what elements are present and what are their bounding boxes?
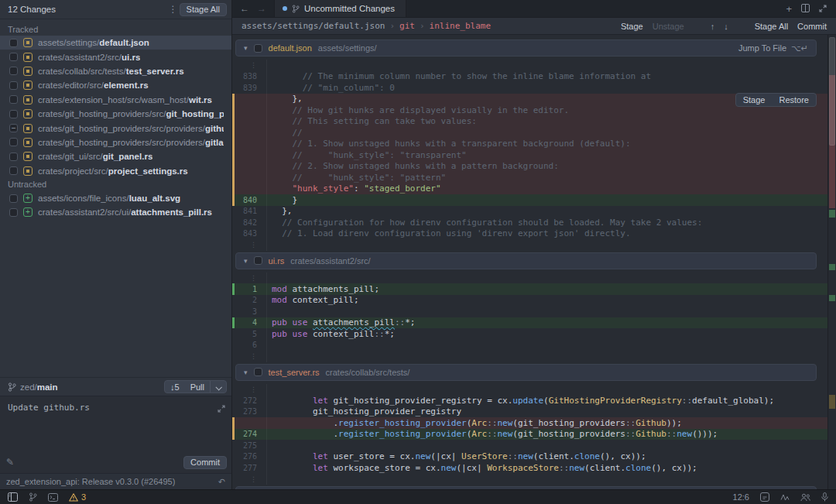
line-content: .register_hosting_provider(Arc::new(git_… bbox=[266, 429, 827, 441]
line-content: let workspace_store = cx.new(|cx| Worksp… bbox=[266, 462, 827, 474]
stage-button[interactable]: Stage bbox=[621, 22, 643, 31]
diff-editor[interactable]: ▾default.jsonassets/settings/Jump To Fil… bbox=[232, 35, 836, 489]
file-row-github.rs[interactable]: –crates/git_hosting_providers/src/provid… bbox=[0, 121, 231, 135]
git-panel-toggle-icon[interactable] bbox=[29, 492, 37, 502]
file-row-test_server.rs[interactable]: crates/collab/src/tests/test_server.rs bbox=[0, 64, 231, 78]
file-row-gitlab.rs[interactable]: crates/git_hosting_providers/src/provide… bbox=[0, 135, 231, 149]
line-number: 277 bbox=[232, 464, 266, 472]
panel-stage-all-button[interactable]: Stage All bbox=[180, 3, 227, 16]
file-checkbox[interactable] bbox=[9, 208, 18, 217]
file-path: crates/git_hosting_providers/src/provide… bbox=[38, 138, 224, 147]
editor-scrollbar[interactable] bbox=[827, 35, 836, 489]
collapse-chevron-icon[interactable]: ▾ bbox=[244, 44, 248, 52]
file-row-default.json[interactable]: assets/settings/default.json bbox=[0, 36, 231, 50]
pull-button[interactable]: Pull bbox=[185, 381, 210, 393]
diagnostics-warning-indicator[interactable]: 3 bbox=[69, 492, 86, 502]
commit-message-input[interactable]: Update github.rs bbox=[0, 396, 231, 451]
toolbar-commit-button[interactable]: Commit bbox=[797, 22, 827, 31]
file-checkbox[interactable] bbox=[9, 81, 18, 90]
edit-message-icon[interactable]: ✎ bbox=[6, 457, 14, 468]
commit-editor[interactable]: Update github.rs ✎ Commit bbox=[0, 396, 231, 473]
file-checkbox[interactable] bbox=[9, 95, 18, 104]
file-checkbox[interactable] bbox=[9, 138, 18, 146]
file-header-checkbox[interactable] bbox=[254, 256, 262, 265]
project-panel-toggle-icon[interactable] bbox=[8, 492, 18, 502]
file-checkbox[interactable] bbox=[9, 166, 18, 175]
line-content: mod context_pill; bbox=[266, 295, 827, 307]
terminal-panel-toggle-icon[interactable] bbox=[48, 493, 58, 502]
prev-hunk-icon[interactable]: ↑ bbox=[711, 22, 715, 31]
line-content: // Configuration for how direnv configur… bbox=[266, 217, 827, 228]
cursor-position[interactable]: 12:6 bbox=[733, 492, 749, 502]
microphone-icon[interactable] bbox=[821, 492, 828, 502]
line-content: "hunk_style": "staged_border" bbox=[266, 183, 827, 195]
last-commit-text: zed_extension_api: Release v0.3.0 (#2649… bbox=[6, 477, 175, 486]
file-header-checkbox[interactable] bbox=[254, 368, 262, 376]
file-checkbox[interactable] bbox=[9, 53, 18, 61]
file-header-checkbox[interactable] bbox=[254, 44, 262, 53]
line-number: 2 bbox=[232, 296, 266, 304]
diff-file-header-element.rs[interactable]: ▾element.rscrates/editor/src/ bbox=[235, 486, 817, 489]
file-row-attachments_pill.rs[interactable]: +crates/assistant2/src/ui/attachments_pi… bbox=[0, 205, 231, 219]
added-line: 274 .register_hosting_provider(Arc::new(… bbox=[232, 429, 827, 441]
hunk-restore-button[interactable]: Restore bbox=[772, 94, 816, 106]
git-panel-menu-icon[interactable]: ⋮ bbox=[167, 4, 180, 15]
modified-status-icon bbox=[23, 81, 33, 90]
file-checkbox[interactable] bbox=[9, 194, 18, 203]
collaboration-icon[interactable] bbox=[800, 493, 810, 502]
file-row-project_settings.rs[interactable]: crates/project/src/project_settings.rs bbox=[0, 164, 231, 178]
file-checkbox[interactable] bbox=[9, 39, 18, 47]
nav-back-icon[interactable]: ← bbox=[240, 3, 249, 14]
file-row-element.rs[interactable]: crates/editor/src/element.rs bbox=[0, 78, 231, 92]
split-pane-icon[interactable] bbox=[801, 2, 810, 15]
line-content: let git_hosting_provider_registry = cx.u… bbox=[266, 395, 827, 406]
hunk-stage-button[interactable]: Stage bbox=[736, 94, 773, 106]
tab-uncommitted-changes[interactable]: Uncommitted Changes bbox=[274, 0, 406, 17]
new-tab-icon[interactable]: + bbox=[786, 3, 792, 15]
diff-file-header-ui.rs[interactable]: ▾ui.rscrates/assistant2/src/ bbox=[235, 252, 817, 269]
diff-file-header-test_server.rs[interactable]: ▾test_server.rscrates/collab/src/tests/ bbox=[235, 364, 817, 381]
line-content: // "min_column": 0 bbox=[266, 82, 827, 94]
line-content: // 1. Show unstaged hunks with a transpa… bbox=[266, 139, 827, 150]
line-content: mod attachments_pill; bbox=[266, 283, 827, 295]
scrollbar-thumb[interactable] bbox=[829, 37, 835, 146]
language-server-icon[interactable] bbox=[780, 493, 790, 502]
added-line: 840 } bbox=[232, 194, 827, 206]
added-status-icon: + bbox=[23, 207, 33, 217]
file-checkbox[interactable]: – bbox=[9, 124, 18, 132]
pull-options-chevron[interactable] bbox=[211, 381, 226, 393]
file-row-git_panel.rs[interactable]: crates/git_ui/src/git_panel.rs bbox=[0, 149, 231, 163]
file-path: crates/collab/src/tests/test_server.rs bbox=[38, 67, 184, 76]
breadcrumb[interactable]: assets/settings/default.json › git › inl… bbox=[242, 21, 491, 31]
uncommit-icon[interactable]: ↶ bbox=[218, 477, 225, 487]
pull-button-group[interactable]: ↓5 Pull bbox=[164, 380, 227, 393]
inline-completion-icon[interactable] bbox=[760, 492, 769, 502]
file-path: assets/settings/default.json bbox=[38, 38, 149, 47]
staged-hunk-bar bbox=[232, 139, 235, 150]
jump-to-file-button[interactable]: Jump To File⌥↵ bbox=[738, 43, 808, 53]
file-checkbox[interactable] bbox=[9, 153, 18, 161]
commit-button[interactable]: Commit bbox=[183, 456, 227, 469]
unstage-button[interactable]: Unstage bbox=[653, 22, 684, 31]
nav-forward-icon[interactable]: → bbox=[257, 3, 266, 14]
line-number: 842 bbox=[232, 218, 266, 227]
file-checkbox[interactable] bbox=[9, 110, 18, 118]
line-content: git_hosting_provider_registry bbox=[266, 406, 827, 418]
file-checkbox[interactable] bbox=[9, 67, 18, 75]
zoom-pane-icon[interactable] bbox=[819, 2, 827, 15]
git-panel-header: 12 Changes ⋮ Stage All bbox=[0, 0, 231, 19]
code-line: 843 // 1. Load direnv configuration usin… bbox=[232, 228, 827, 240]
collapse-chevron-icon[interactable]: ▾ bbox=[244, 369, 248, 376]
file-row-git_hosting_providers.rs[interactable]: crates/git_hosting_providers/src/git_hos… bbox=[0, 107, 231, 121]
next-hunk-icon[interactable]: ↓ bbox=[724, 22, 728, 31]
file-row-wit.rs[interactable]: crates/extension_host/src/wasm_host/wit.… bbox=[0, 93, 231, 107]
expand-commit-editor-icon[interactable] bbox=[218, 402, 225, 416]
branch-selector[interactable]: zed/main bbox=[20, 382, 58, 392]
line-content: let user_store = cx.new(|cx| UserStore::… bbox=[266, 451, 827, 463]
toolbar-stage-all-button[interactable]: Stage All bbox=[755, 22, 788, 31]
collapse-chevron-icon[interactable]: ▾ bbox=[244, 257, 248, 265]
file-row-luau_alt.svg[interactable]: +assets/icons/file_icons/luau_alt.svg bbox=[0, 191, 231, 205]
line-number: ⋮ bbox=[232, 274, 266, 282]
diff-file-header-default.json[interactable]: ▾default.jsonassets/settings/Jump To Fil… bbox=[235, 39, 817, 57]
file-row-ui.rs[interactable]: crates/assistant2/src/ui.rs bbox=[0, 50, 231, 63]
